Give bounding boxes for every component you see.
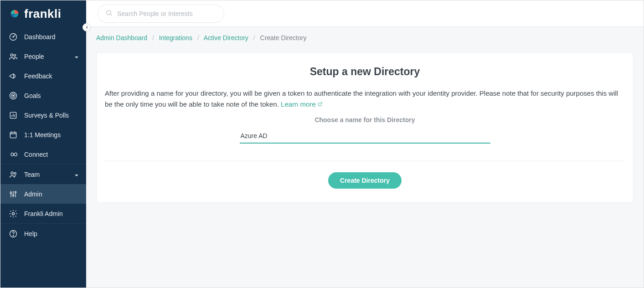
sidebar-item-people[interactable]: People	[0, 46, 86, 66]
learn-more-label: Learn more	[281, 100, 316, 108]
breadcrumb-separator: /	[250, 34, 258, 41]
breadcrumb-current: Create Directory	[260, 34, 307, 41]
breadcrumb-link[interactable]: Active Directory	[204, 34, 248, 41]
svg-point-12	[12, 194, 14, 195]
sidebar-item-team[interactable]: Team	[0, 165, 86, 184]
chevron-down-icon	[74, 54, 80, 59]
sidebar-item-help[interactable]: Help	[0, 224, 86, 243]
card-divider	[105, 161, 625, 161]
chevron-down-icon	[74, 172, 80, 177]
calendar-icon	[9, 130, 18, 139]
breadcrumb-separator: /	[194, 34, 202, 41]
page-title: Setup a new Directory	[105, 66, 625, 78]
breadcrumb-link[interactable]: Integrations	[159, 34, 192, 41]
sidebar-item-label: People	[24, 53, 68, 60]
description-text: After providing a name for your director…	[105, 89, 618, 108]
svg-point-13	[15, 191, 16, 193]
learn-more-link[interactable]: Learn more	[281, 100, 323, 108]
sidebar-item-label: Dashboard	[24, 33, 80, 41]
sidebar-item-surveys[interactable]: Surveys & Polls	[0, 105, 86, 125]
search-input[interactable]	[117, 10, 224, 17]
sidebar-item-label: Goals	[24, 92, 80, 99]
sidebar-item-meetings[interactable]: 1:1 Meetings	[0, 125, 86, 144]
search-icon	[105, 9, 113, 18]
people-icon	[9, 52, 18, 61]
create-directory-card: Setup a new Directory After providing a …	[96, 52, 634, 203]
sidebar-item-label: Admin	[24, 190, 80, 198]
brand-logo-icon	[9, 8, 21, 20]
top-header	[86, 0, 644, 27]
sidebar-item-label: Surveys & Polls	[24, 112, 80, 119]
sidebar-item-label: Connect	[24, 151, 80, 158]
brand-name: frankli	[24, 7, 62, 21]
svg-point-9	[11, 172, 13, 174]
svg-point-10	[14, 172, 16, 174]
create-directory-button[interactable]: Create Directory	[328, 172, 402, 189]
external-link-icon	[318, 99, 323, 104]
sidebar-item-label: Help	[24, 230, 80, 237]
sidebar-item-dashboard[interactable]: Dashboard	[0, 27, 86, 46]
sidebar-item-label: Frankli Admin	[24, 210, 80, 217]
sidebar-item-label: Feedback	[24, 72, 80, 80]
sidebar-item-connect[interactable]: Connect	[0, 144, 86, 164]
target-icon	[9, 91, 18, 100]
svg-rect-8	[10, 132, 16, 138]
svg-point-3	[14, 54, 15, 56]
breadcrumb-link[interactable]: Admin Dashboard	[96, 34, 147, 41]
svg-point-14	[12, 212, 15, 215]
sidebar-item-label: Team	[24, 171, 68, 178]
main-content: Admin Dashboard / Integrations / Active …	[86, 27, 644, 288]
svg-point-6	[13, 95, 14, 96]
sidebar-item-frankli-admin[interactable]: Frankli Admin	[0, 204, 86, 223]
sidebar-item-label: 1:1 Meetings	[24, 131, 80, 139]
gauge-icon	[9, 32, 18, 41]
svg-point-17	[107, 10, 111, 14]
sidebar: frankli Dashboard People Feedback Goals …	[0, 0, 86, 288]
sliders-icon	[9, 190, 18, 199]
megaphone-icon	[9, 72, 18, 81]
global-search[interactable]	[98, 5, 224, 23]
sidebar-item-admin[interactable]: Admin	[0, 184, 86, 204]
svg-point-2	[10, 54, 13, 56]
question-icon	[9, 229, 18, 238]
sidebar-item-feedback[interactable]: Feedback	[0, 66, 86, 86]
gear-icon	[9, 209, 18, 218]
breadcrumb-separator: /	[149, 34, 157, 41]
svg-point-1	[13, 36, 14, 37]
collapse-sidebar-button[interactable]	[82, 23, 91, 31]
breadcrumb: Admin Dashboard / Integrations / Active …	[86, 27, 644, 42]
barchart-icon	[9, 111, 18, 120]
team-icon	[9, 170, 18, 179]
sidebar-item-goals[interactable]: Goals	[0, 86, 86, 105]
directory-name-label: Choose a name for this Directory	[105, 116, 625, 123]
svg-point-11	[10, 192, 11, 193]
directory-name-input[interactable]	[240, 129, 490, 144]
brand[interactable]: frankli	[0, 0, 86, 27]
infinity-icon	[9, 150, 18, 159]
page-description: After providing a name for your director…	[105, 88, 625, 110]
svg-point-16	[13, 235, 13, 236]
